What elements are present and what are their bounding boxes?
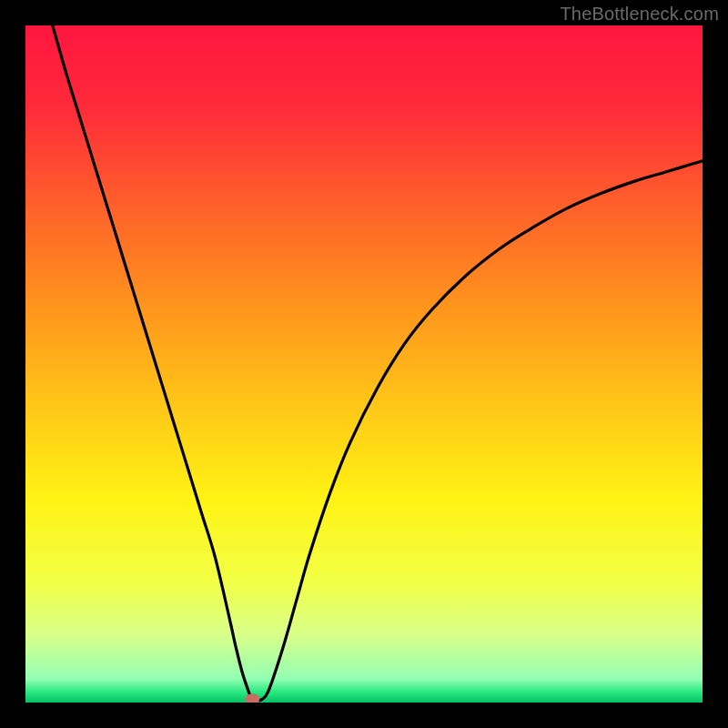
watermark-text: TheBottleneck.com: [560, 4, 719, 25]
gradient-background: [25, 25, 703, 703]
bottleneck-curve-chart: [25, 25, 703, 703]
chart-frame: [25, 25, 703, 703]
